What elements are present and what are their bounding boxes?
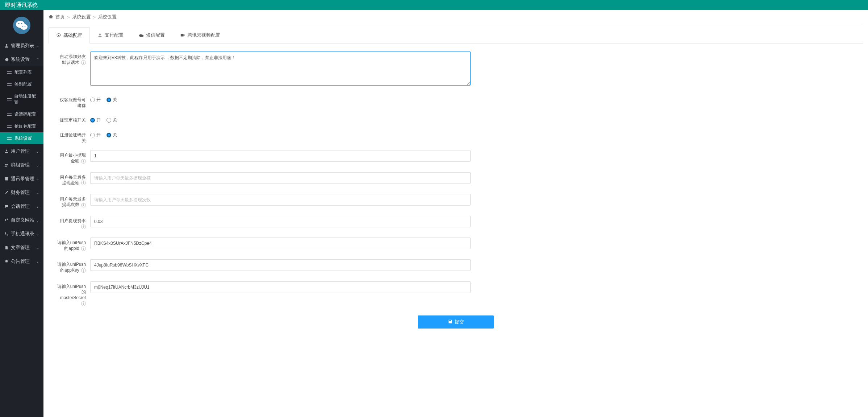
svg-point-3 bbox=[18, 23, 19, 24]
sidebar-item-sessions[interactable]: 会话管理⌄ bbox=[0, 199, 43, 213]
sidebar: 管理员列表 ⌄ 系统设置 ⌃ 配置列表 签到配置 自动注册配置 邀请码配置 抢红… bbox=[0, 10, 43, 417]
auto-friend-msg-textarea[interactable] bbox=[90, 51, 471, 86]
list-icon bbox=[7, 98, 11, 101]
sidebar-sub-invitecode[interactable]: 邀请码配置 bbox=[0, 108, 43, 120]
sidebar-sub-systemset[interactable]: 系统设置 bbox=[0, 132, 43, 144]
unipush-appid-input[interactable] bbox=[90, 238, 471, 249]
main-content: 首页 > 系统设置 > 系统设置 基础配置 支付配置 短信配置 腾讯云视频配置 … bbox=[43, 10, 868, 417]
users-icon bbox=[4, 163, 9, 167]
doc-icon bbox=[4, 245, 9, 250]
svg-rect-13 bbox=[181, 34, 184, 37]
app-title: 即时通讯系统 bbox=[5, 2, 38, 8]
upload-icon bbox=[97, 33, 103, 38]
gear-icon bbox=[56, 33, 61, 38]
book-icon bbox=[4, 177, 9, 181]
withdraw-rate-input[interactable] bbox=[90, 216, 471, 227]
chevron-down-icon: ⌄ bbox=[36, 163, 39, 168]
hint-icon[interactable]: i bbox=[81, 224, 86, 229]
sidebar-item-contacts[interactable]: 通讯录管理⌄ bbox=[0, 172, 43, 186]
svg-point-12 bbox=[58, 35, 59, 36]
chevron-down-icon: ⌄ bbox=[36, 204, 39, 209]
unipush-secret-input[interactable] bbox=[90, 281, 471, 293]
withdraw-audit-off-radio[interactable]: 关 bbox=[107, 117, 117, 123]
chevron-down-icon: ⌄ bbox=[36, 44, 39, 48]
save-icon bbox=[448, 319, 452, 325]
onlykf-off-radio[interactable]: 关 bbox=[107, 97, 117, 103]
sidebar-submenu-system: 配置列表 签到配置 自动注册配置 邀请码配置 抢红包配置 系统设置 bbox=[0, 66, 43, 144]
chevron-down-icon: ⌄ bbox=[36, 232, 39, 236]
form: 自动添加好友默认话术 i 仅客服账号可建群 开 关 提现审核开关 开 关 注册验… bbox=[49, 51, 863, 329]
sidebar-item-admins[interactable]: 管理员列表 ⌄ bbox=[0, 39, 43, 53]
withdraw-audit-on-radio[interactable]: 开 bbox=[90, 117, 101, 123]
sidebar-item-finance[interactable]: 财务管理⌄ bbox=[0, 186, 43, 199]
logo bbox=[0, 10, 43, 39]
sidebar-item-groups[interactable]: 群组管理⌄ bbox=[0, 158, 43, 172]
link-icon bbox=[4, 218, 9, 222]
sidebar-item-notices[interactable]: 公告管理⌄ bbox=[0, 255, 43, 268]
sidebar-item-system[interactable]: 系统设置 ⌃ bbox=[0, 53, 43, 66]
tab-payment[interactable]: 支付配置 bbox=[90, 27, 131, 43]
tab-tencent-video[interactable]: 腾讯云视频配置 bbox=[172, 27, 228, 43]
hint-icon[interactable]: i bbox=[81, 181, 86, 185]
hint-icon[interactable]: i bbox=[81, 159, 86, 164]
cloud-icon bbox=[139, 33, 144, 38]
chat-icon bbox=[4, 204, 9, 208]
sidebar-item-articles[interactable]: 文章管理⌄ bbox=[0, 241, 43, 255]
video-icon bbox=[180, 33, 185, 38]
chevron-down-icon: ⌄ bbox=[36, 190, 39, 195]
list-icon bbox=[7, 137, 12, 140]
min-withdraw-input[interactable] bbox=[90, 150, 471, 162]
breadcrumb-l1[interactable]: 系统设置 bbox=[72, 14, 91, 20]
gear-icon bbox=[4, 57, 9, 62]
sidebar-sub-configlist[interactable]: 配置列表 bbox=[0, 66, 43, 78]
hint-icon[interactable]: i bbox=[81, 246, 86, 251]
chevron-down-icon: ⌄ bbox=[36, 218, 39, 223]
hint-icon[interactable]: i bbox=[81, 203, 86, 207]
chevron-down-icon: ⌄ bbox=[36, 177, 39, 181]
chevron-down-icon: ⌄ bbox=[36, 149, 39, 154]
chevron-up-icon: ⌃ bbox=[36, 57, 39, 62]
breadcrumb-l2: 系统设置 bbox=[98, 14, 117, 20]
list-icon bbox=[7, 83, 12, 86]
sidebar-sub-checkin[interactable]: 签到配置 bbox=[0, 78, 43, 90]
breadcrumb: 首页 > 系统设置 > 系统设置 bbox=[49, 10, 863, 24]
svg-point-9 bbox=[5, 164, 7, 165]
reg-captcha-off-radio[interactable]: 关 bbox=[107, 132, 117, 138]
phone-icon bbox=[4, 232, 9, 236]
svg-point-5 bbox=[22, 26, 24, 27]
user-icon bbox=[4, 44, 9, 48]
hint-icon[interactable]: i bbox=[81, 60, 86, 65]
svg-rect-11 bbox=[5, 177, 8, 181]
sidebar-sub-redpacket[interactable]: 抢红包配置 bbox=[0, 120, 43, 132]
svg-point-6 bbox=[25, 26, 26, 27]
svg-point-7 bbox=[6, 44, 8, 46]
tab-sms[interactable]: 短信配置 bbox=[131, 27, 172, 43]
unipush-appkey-input[interactable] bbox=[90, 259, 471, 271]
user-icon bbox=[4, 149, 9, 153]
chevron-down-icon: ⌄ bbox=[36, 259, 39, 264]
tab-basic[interactable]: 基础配置 bbox=[49, 27, 90, 44]
sidebar-item-users[interactable]: 用户管理⌄ bbox=[0, 144, 43, 158]
sidebar-item-customsite[interactable]: 自定义网站⌄ bbox=[0, 213, 43, 227]
list-icon bbox=[7, 71, 12, 74]
svg-point-2 bbox=[20, 24, 28, 30]
list-icon bbox=[7, 125, 12, 128]
sidebar-sub-autoregister[interactable]: 自动注册配置 bbox=[0, 90, 43, 108]
list-icon bbox=[7, 113, 12, 116]
svg-point-8 bbox=[6, 150, 8, 152]
home-icon bbox=[49, 14, 53, 20]
breadcrumb-home[interactable]: 首页 bbox=[55, 14, 65, 20]
hint-icon[interactable]: i bbox=[81, 301, 86, 306]
max-withdraw-count-input[interactable] bbox=[90, 194, 471, 206]
svg-point-10 bbox=[7, 164, 8, 165]
chevron-down-icon: ⌄ bbox=[36, 245, 39, 250]
reg-captcha-on-radio[interactable]: 开 bbox=[90, 132, 101, 138]
sidebar-item-phonebook[interactable]: 手机通讯录⌄ bbox=[0, 227, 43, 241]
onlykf-on-radio[interactable]: 开 bbox=[90, 97, 101, 103]
submit-button[interactable]: 提交 bbox=[418, 315, 494, 329]
edit-icon bbox=[4, 190, 9, 195]
app-header: 即时通讯系统 bbox=[0, 0, 868, 10]
max-withdraw-amount-input[interactable] bbox=[90, 172, 471, 184]
hint-icon[interactable]: i bbox=[81, 268, 86, 273]
svg-point-4 bbox=[21, 23, 22, 24]
